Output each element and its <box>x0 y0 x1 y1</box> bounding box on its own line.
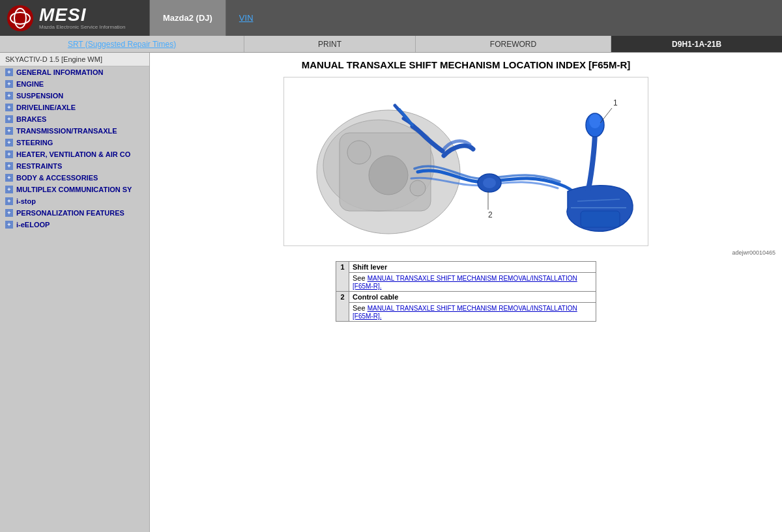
top-nav-bar: Mazda2 (DJ) VIN <box>150 0 782 36</box>
sidebar-item-body-accessories[interactable]: +BODY & ACCESSORIES <box>0 172 149 184</box>
sidebar-item-label: MULTIPLEX COMMUNICATION SY <box>16 186 132 193</box>
sidebar-item-steering[interactable]: +STEERING <box>0 137 149 148</box>
expand-icon: + <box>5 68 13 76</box>
mesi-logo-text: MESI <box>39 6 126 24</box>
sidebar: SKYACTIV-D 1.5 [Engine WM] +GENERAL INFO… <box>0 53 150 532</box>
mazda-logo <box>7 5 34 32</box>
expand-icon: + <box>5 92 13 100</box>
sidebar-item-label: DRIVELINE/AXLE <box>16 104 76 111</box>
sidebar-items: +GENERAL INFORMATION+ENGINE+SUSPENSION+D… <box>0 66 149 231</box>
header: MESI Mazda Electronic Service Informatio… <box>0 0 782 36</box>
sidebar-item-label: SUSPENSION <box>16 92 63 100</box>
srt-link[interactable]: SRT (Suggested Repair Times) <box>0 36 244 52</box>
sidebar-item-label: BRAKES <box>16 115 46 123</box>
sidebar-item-engine[interactable]: +ENGINE <box>0 78 149 90</box>
diagram-caption: adejwr00010465 <box>156 249 775 256</box>
part-see-cell: See MANUAL TRANSAXLE SHIFT MECHANISM REM… <box>349 273 596 292</box>
document-code: D9H1-1A-21B <box>611 36 782 52</box>
expand-icon: + <box>5 186 13 193</box>
svg-point-12 <box>589 114 601 128</box>
expand-icon: + <box>5 104 13 111</box>
secondary-nav-bar: SRT (Suggested Repair Times) PRINT FOREW… <box>0 36 782 53</box>
sidebar-item-transmission-transaxle[interactable]: +TRANSMISSION/TRANSAXLE <box>0 125 149 137</box>
logo-area: MESI Mazda Electronic Service Informatio… <box>0 0 150 36</box>
sidebar-item-label: i-stop <box>16 197 36 205</box>
expand-icon: + <box>5 197 13 205</box>
sidebar-item-label: PERSONALIZATION FEATURES <box>16 209 124 217</box>
sidebar-item-label: ENGINE <box>16 80 44 88</box>
part-see-cell: See MANUAL TRANSAXLE SHIFT MECHANISM REM… <box>349 303 596 322</box>
diagram-container: 1 2 <box>283 77 648 246</box>
sidebar-item-i-stop[interactable]: +i-stop <box>0 195 149 207</box>
shift-mechanism-diagram: 1 2 <box>287 81 646 242</box>
sidebar-item-i-eloop[interactable]: +i-eELOOP <box>0 219 149 231</box>
expand-icon: + <box>5 139 13 147</box>
expand-icon: + <box>5 174 13 182</box>
sidebar-item-suspension[interactable]: +SUSPENSION <box>0 90 149 102</box>
parts-table: 1Shift leverSee MANUAL TRANSAXLE SHIFT M… <box>336 261 596 322</box>
sidebar-item-label: RESTRAINTS <box>16 162 62 170</box>
sidebar-item-brakes[interactable]: +BRAKES <box>0 113 149 125</box>
sidebar-item-label: STEERING <box>16 139 53 147</box>
table-row: 2Control cable <box>336 292 596 303</box>
svg-line-15 <box>600 108 612 123</box>
sidebar-item-label: BODY & ACCESSORIES <box>16 174 98 182</box>
svg-text:1: 1 <box>613 98 618 107</box>
expand-icon: + <box>5 80 13 88</box>
table-row-link: See MANUAL TRANSAXLE SHIFT MECHANISM REM… <box>336 273 596 292</box>
expand-icon: + <box>5 127 13 135</box>
main-layout: SKYACTIV-D 1.5 [Engine WM] +GENERAL INFO… <box>0 53 782 532</box>
svg-text:2: 2 <box>488 210 493 219</box>
model-tab[interactable]: Mazda2 (DJ) <box>150 0 226 36</box>
expand-icon: + <box>5 209 13 217</box>
expand-icon: + <box>5 150 13 158</box>
sidebar-item-driveline-axle[interactable]: +DRIVELINE/AXLE <box>0 102 149 113</box>
svg-point-8 <box>410 180 426 196</box>
part-name: Control cable <box>349 292 596 303</box>
svg-point-10 <box>483 178 496 188</box>
logo-text-area: MESI Mazda Electronic Service Informatio… <box>39 6 126 31</box>
see-label: See <box>353 304 368 312</box>
print-link[interactable]: PRINT <box>244 36 416 52</box>
main-content: MANUAL TRANSAXLE SHIFT MECHANISM LOCATIO… <box>150 53 782 532</box>
part-link[interactable]: MANUAL TRANSAXLE SHIFT MECHANISM REMOVAL… <box>353 305 577 320</box>
see-label: See <box>353 274 368 282</box>
table-row-link: See MANUAL TRANSAXLE SHIFT MECHANISM REM… <box>336 303 596 322</box>
expand-icon: + <box>5 162 13 170</box>
sidebar-item-label: HEATER, VENTILATION & AIR CO <box>16 150 130 158</box>
svg-rect-13 <box>581 211 620 227</box>
mesi-subtext: Mazda Electronic Service Information <box>39 24 126 31</box>
sidebar-item-personalization[interactable]: +PERSONALIZATION FEATURES <box>0 207 149 219</box>
svg-point-7 <box>347 141 371 164</box>
part-number: 1 <box>336 262 349 292</box>
part-link[interactable]: MANUAL TRANSAXLE SHIFT MECHANISM REMOVAL… <box>353 275 577 290</box>
vin-tab[interactable]: VIN <box>226 0 267 36</box>
page-title: MANUAL TRANSAXLE SHIFT MECHANISM LOCATIO… <box>156 59 775 70</box>
sidebar-item-label: i-eELOOP <box>16 221 50 229</box>
foreword-link[interactable]: FOREWORD <box>416 36 611 52</box>
svg-point-6 <box>369 156 408 195</box>
expand-icon: + <box>5 221 13 229</box>
expand-icon: + <box>5 115 13 123</box>
vehicle-label: SKYACTIV-D 1.5 [Engine WM] <box>0 53 149 66</box>
sidebar-item-hvac[interactable]: +HEATER, VENTILATION & AIR CO <box>0 148 149 160</box>
part-number: 2 <box>336 292 349 322</box>
part-name: Shift lever <box>349 262 596 273</box>
sidebar-item-label: GENERAL INFORMATION <box>16 68 103 76</box>
sidebar-item-general-information[interactable]: +GENERAL INFORMATION <box>0 66 149 78</box>
table-row: 1Shift lever <box>336 262 596 273</box>
sidebar-item-restraints[interactable]: +RESTRAINTS <box>0 160 149 172</box>
sidebar-item-multiplex[interactable]: +MULTIPLEX COMMUNICATION SY <box>0 184 149 195</box>
sidebar-item-label: TRANSMISSION/TRANSAXLE <box>16 127 117 135</box>
